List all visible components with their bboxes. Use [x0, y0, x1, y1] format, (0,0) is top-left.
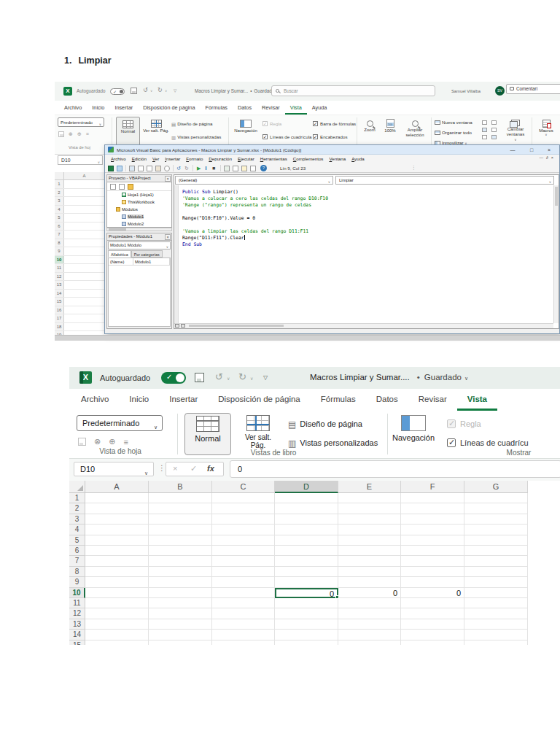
comments-button[interactable]: Comentari	[506, 84, 560, 94]
cell-A7[interactable]	[85, 556, 149, 566]
run-icon[interactable]: ▶	[197, 165, 201, 171]
page-break-view-button[interactable]: Ver salt. Pág.	[143, 117, 169, 147]
cell-B10[interactable]	[149, 588, 212, 598]
tree-item-thisworkbook[interactable]: ThisWorkbook	[107, 198, 171, 206]
cell-G8[interactable]	[464, 567, 528, 577]
sheet-view-options-icon[interactable]: ≡	[123, 438, 128, 446]
menu-ventana[interactable]: Ventana	[326, 155, 349, 163]
object-selector-dropdown[interactable]: Módulo1 Módulo∨	[108, 241, 171, 249]
ruler-checkbox[interactable]: Regla	[447, 419, 481, 428]
insert-function-icon[interactable]: fx	[207, 464, 214, 473]
cell-C2[interactable]	[212, 503, 275, 514]
row-header-5[interactable]: 5	[69, 535, 85, 546]
cell-F5[interactable]	[401, 535, 464, 546]
cell-F11[interactable]	[401, 598, 464, 608]
full-view-icon[interactable]	[181, 324, 185, 328]
synchronous-scrolling-icon[interactable]	[482, 128, 487, 132]
cell-C15[interactable]	[212, 640, 275, 645]
cell-E1[interactable]	[338, 493, 401, 503]
cell-B4[interactable]	[149, 525, 212, 535]
cell-G10[interactable]	[464, 588, 528, 598]
menu-depuraci-n[interactable]: Depuración	[206, 155, 235, 163]
cell-F3[interactable]	[401, 514, 464, 525]
cell-B8[interactable]	[149, 567, 212, 577]
custom-views-button[interactable]: ▥Vistas personalizadas	[288, 438, 378, 449]
horizontal-scrollbar[interactable]	[174, 323, 553, 328]
cell-B6[interactable]	[149, 546, 212, 556]
menu-ejecutar[interactable]: Ejecutar	[235, 155, 257, 163]
cell-A6[interactable]	[85, 546, 149, 556]
unhide-icon[interactable]	[491, 135, 497, 139]
cell-F8[interactable]	[401, 567, 464, 577]
cell-D14[interactable]	[275, 630, 338, 640]
procedure-dropdown[interactable]: Limpiar∨	[335, 176, 554, 185]
cell-G13[interactable]	[464, 619, 528, 630]
redo-icon[interactable]: ↻	[158, 87, 163, 93]
row-header-10[interactable]: 10	[69, 588, 85, 598]
cell-C8[interactable]	[212, 567, 275, 577]
row-header-11[interactable]: 11	[69, 598, 85, 608]
switch-windows-button[interactable]: Cambiar ventanas∨	[502, 117, 529, 147]
navigation-button[interactable]: Navegación	[232, 117, 260, 147]
cell-A11[interactable]	[85, 598, 149, 608]
tab-insertar[interactable]: Insertar	[109, 101, 138, 115]
keep-sheet-view-icon[interactable]	[78, 438, 86, 446]
cell-B7[interactable]	[149, 556, 212, 566]
select-all-corner[interactable]	[69, 481, 85, 493]
insert-userform-icon[interactable]	[117, 166, 122, 171]
undo-icon[interactable]: ↺	[215, 371, 223, 382]
cell-G11[interactable]	[464, 598, 528, 608]
menu-ayuda[interactable]: Ayuda	[349, 155, 367, 163]
menu-complementos[interactable]: Complementos	[290, 155, 327, 163]
split-view-icon[interactable]	[175, 324, 179, 328]
cell-F13[interactable]	[401, 619, 464, 630]
tree-item-m-dulo1[interactable]: Módulo1	[107, 213, 171, 220]
object-dropdown[interactable]: (General)∨	[175, 176, 333, 185]
sheet-view-options-icon[interactable]: ≡	[86, 131, 89, 137]
row-header-2[interactable]: 2	[55, 189, 64, 197]
object-browser-icon[interactable]	[250, 166, 256, 171]
row-header-13[interactable]: 13	[69, 619, 85, 630]
undo-icon[interactable]: ↺	[143, 87, 148, 93]
column-header-a[interactable]: A	[85, 481, 149, 493]
cell-F4[interactable]	[401, 525, 464, 535]
new-sheet-view-icon[interactable]: ⊕	[109, 437, 115, 446]
column-header-d[interactable]: D	[275, 481, 338, 493]
cell-D3[interactable]	[275, 514, 338, 525]
autosave-toggle[interactable]: ✓	[110, 88, 125, 95]
row-header-9[interactable]: 9	[55, 247, 64, 255]
help-icon[interactable]: ?	[260, 165, 267, 171]
view-object-icon[interactable]	[119, 184, 125, 190]
cell-F15[interactable]	[401, 640, 464, 645]
cell-E5[interactable]	[338, 535, 401, 546]
column-header-c[interactable]: C	[212, 481, 275, 493]
cell-D2[interactable]	[275, 503, 338, 514]
cell-F6[interactable]	[401, 546, 464, 556]
row-header-13[interactable]: 13	[55, 281, 64, 289]
cell-E6[interactable]	[338, 546, 401, 556]
cell-G6[interactable]	[464, 546, 528, 556]
reset-icon[interactable]: ■	[212, 165, 215, 171]
redo-dropdown-icon[interactable]: ∨	[165, 89, 167, 93]
column-header-f[interactable]: F	[401, 481, 464, 493]
saved-dropdown-icon[interactable]: ∨	[464, 376, 468, 381]
reset-window-position-icon[interactable]	[482, 135, 487, 139]
row-header-7[interactable]: 7	[55, 231, 64, 239]
cell-F14[interactable]	[401, 630, 464, 640]
toggle-folders-icon[interactable]	[128, 184, 133, 190]
row-header-8[interactable]: 8	[55, 239, 64, 247]
formula-input[interactable]: 0	[230, 460, 560, 478]
save-icon[interactable]	[195, 373, 204, 382]
row-header-7[interactable]: 7	[69, 556, 85, 566]
cell-D5[interactable]	[275, 535, 338, 546]
cell-B13[interactable]	[149, 619, 212, 630]
fill-handle[interactable]	[335, 595, 339, 599]
row-header-15[interactable]: 15	[55, 298, 64, 306]
row-header-6[interactable]: 6	[55, 222, 64, 231]
tab-f-rmulas[interactable]: Fórmulas	[311, 389, 366, 411]
cell-B15[interactable]	[149, 640, 212, 645]
undo-icon[interactable]: ↺	[176, 165, 181, 171]
ruler-checkbox[interactable]: Regla	[262, 121, 281, 126]
new-sheet-view-icon[interactable]: ⊕	[77, 131, 82, 137]
row-header-12[interactable]: 12	[55, 273, 64, 281]
